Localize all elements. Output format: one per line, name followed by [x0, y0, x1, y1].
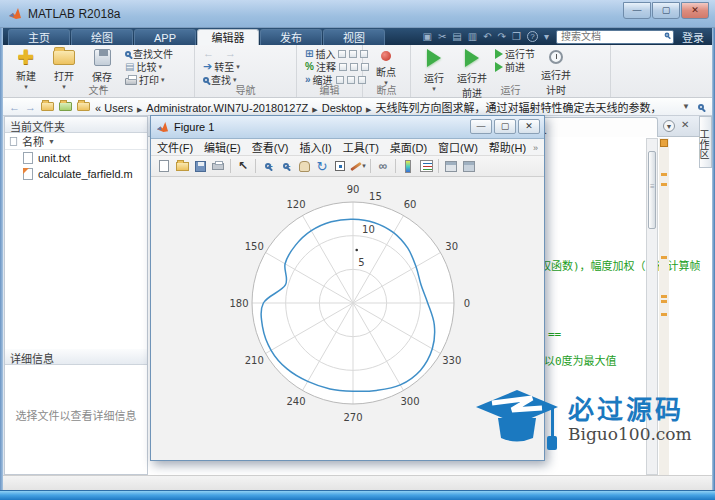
cut-icon[interactable]: ✂: [438, 29, 446, 44]
breadcrumb-segment[interactable]: Administrator.WIN7U-20180127Z: [146, 102, 308, 114]
insert-colorbar-icon[interactable]: [399, 158, 417, 174]
edit-mini-icon[interactable]: [350, 63, 358, 71]
code-line: 权函数)，幅度加权（自行计算帧: [540, 257, 701, 273]
figure-menu-编辑(E)[interactable]: 编辑(E): [204, 139, 241, 155]
address-search-icon[interactable]: [698, 104, 704, 110]
marker-tick[interactable]: [661, 256, 667, 259]
back-icon[interactable]: ←: [9, 101, 20, 113]
save-figure-icon[interactable]: [191, 158, 209, 174]
figure-menu-帮助(H)[interactable]: 帮助(H): [489, 139, 526, 155]
workspace-collapsed-tab[interactable]: 工作区: [699, 116, 712, 168]
angle-tick-label: 180: [229, 298, 248, 309]
zoom-in-icon[interactable]: [259, 158, 277, 174]
hide-plot-tools-icon[interactable]: [442, 158, 460, 174]
file-row[interactable]: unit.txt: [5, 150, 147, 166]
figure-menu-窗口(W)[interactable]: 窗口(W): [438, 139, 478, 155]
edit-mini-icon[interactable]: [349, 50, 357, 58]
graduation-cap-icon: [474, 388, 560, 454]
breadcrumb-segment[interactable]: 天线阵列方向图求解，通过对辐射特性确定去天线的参数，来达到预期方向图: [375, 102, 655, 114]
window-border-bottom: [0, 490, 715, 500]
pan-icon[interactable]: [295, 158, 313, 174]
insert-legend-icon[interactable]: [417, 158, 435, 174]
ribbon-tab-主页[interactable]: 主页: [8, 29, 70, 45]
redo-icon[interactable]: ↷: [498, 29, 506, 44]
ribbon-tab-APP[interactable]: APP: [134, 29, 196, 45]
paste-icon[interactable]: ▥: [468, 29, 477, 44]
close-button[interactable]: ✕: [681, 2, 709, 19]
editor-tab-dropdown-icon[interactable]: ▼: [663, 120, 675, 132]
brush-icon[interactable]: ▾: [349, 158, 367, 174]
quickbar-dropdown-icon[interactable]: ▾: [544, 29, 549, 44]
edit-mini-icon[interactable]: [339, 63, 347, 71]
ribbon-button-插入[interactable]: ⊞插入: [305, 47, 371, 60]
undo-icon[interactable]: ↶: [483, 29, 491, 44]
signin-link[interactable]: 登录: [682, 29, 704, 45]
scrollbar-thumb[interactable]: [648, 151, 656, 229]
ribbon-tabstrip: 主页绘图APP编辑器发布视图 ▣ ✂ ▤ ▥ ↶ ↷ ❐ ? ▾ 登录: [3, 28, 712, 45]
message-indicator[interactable]: [660, 139, 668, 147]
marker-tick[interactable]: [661, 183, 667, 186]
forward-icon[interactable]: →: [25, 101, 36, 113]
figure-menu-查看(V)[interactable]: 查看(V): [252, 139, 289, 155]
marker-tick[interactable]: [661, 173, 667, 176]
show-plot-tools-icon[interactable]: [460, 158, 478, 174]
data-cursor-icon[interactable]: [331, 158, 349, 174]
menu-overflow-icon[interactable]: »: [533, 143, 538, 153]
figure-menu-桌面(D)[interactable]: 桌面(D): [390, 139, 427, 155]
maximize-button[interactable]: ▢: [652, 2, 680, 19]
minimize-button[interactable]: —: [623, 2, 651, 19]
figure-menu-工具(T)[interactable]: 工具(T): [343, 139, 379, 155]
breakpoints-icon: [381, 51, 391, 61]
browse-folder-icon[interactable]: [59, 102, 72, 111]
marker-tick[interactable]: [661, 295, 667, 298]
angle-tick-label: 0: [464, 298, 470, 309]
marker-tick[interactable]: [661, 300, 667, 303]
search-icon[interactable]: [665, 32, 670, 37]
zoom-out-icon[interactable]: [277, 158, 295, 174]
figure-titlebar[interactable]: Figure 1 — ▢ ✕: [151, 116, 544, 139]
ribbon-group-label: 编辑: [297, 82, 362, 97]
details-header[interactable]: 详细信息: [5, 349, 147, 365]
breadcrumb-segment[interactable]: Users: [104, 102, 133, 114]
ribbon-tab-视图[interactable]: 视图: [323, 29, 385, 45]
breadcrumb-segment[interactable]: Desktop: [322, 102, 362, 114]
rotate-3d-icon[interactable]: ↻: [313, 158, 331, 174]
figure-menu-文件(F)[interactable]: 文件(F): [157, 139, 193, 155]
figure-close-button[interactable]: ✕: [518, 119, 540, 134]
sort-caret-icon: ▼: [48, 138, 55, 145]
r-tick-label: 15: [369, 191, 382, 202]
up-folder-icon[interactable]: [41, 102, 54, 111]
link-plot-icon[interactable]: ∞: [374, 158, 392, 174]
open-file-icon[interactable]: [173, 158, 191, 174]
marker-tick[interactable]: [661, 313, 667, 316]
breadcrumb[interactable]: « Users▶Administrator.WIN7U-20180127Z▶De…: [95, 99, 655, 115]
figure-minimize-button[interactable]: —: [470, 119, 492, 134]
ribbon-tab-编辑器[interactable]: 编辑器: [197, 29, 259, 45]
ribbon-button-前进[interactable]: 前进: [495, 60, 537, 73]
address-dropdown-icon[interactable]: ▼: [682, 102, 690, 111]
breadcrumb-separator-icon: ▶: [312, 106, 317, 113]
r-tick-label: 10: [362, 224, 375, 235]
help-icon[interactable]: ?: [527, 31, 538, 42]
ribbon-tab-发布[interactable]: 发布: [260, 29, 322, 45]
current-folder-header[interactable]: 当前文件夹: [5, 117, 147, 133]
edit-plot-icon[interactable]: ↖: [234, 158, 252, 174]
save-icon[interactable]: ▣: [422, 29, 431, 44]
print-figure-icon[interactable]: [209, 158, 227, 174]
file-name: calculate_farfield.m: [38, 168, 133, 180]
edit-mini-icon[interactable]: [338, 50, 346, 58]
doc-search-input[interactable]: [556, 30, 674, 44]
watermark-text-en: Biguo100.com: [568, 424, 692, 444]
ribbon-button-断点[interactable]: 断点▾: [368, 47, 404, 87]
name-column-header[interactable]: 名称 ▼: [5, 133, 147, 150]
copy-icon[interactable]: ▤: [452, 29, 461, 44]
textfile-icon: [23, 152, 33, 164]
new-figure-icon[interactable]: [155, 158, 173, 174]
file-row[interactable]: calculate_farfield.m: [5, 166, 147, 182]
editor-tab-close-icon[interactable]: ✕: [681, 119, 689, 130]
ribbon-tab-绘图[interactable]: 绘图: [71, 29, 133, 45]
figure-menu-插入(I)[interactable]: 插入(I): [299, 139, 331, 155]
angle-tick-label: 300: [400, 396, 419, 407]
figure-maximize-button[interactable]: ▢: [494, 119, 516, 134]
switch-windows-icon[interactable]: ❐: [512, 29, 521, 44]
